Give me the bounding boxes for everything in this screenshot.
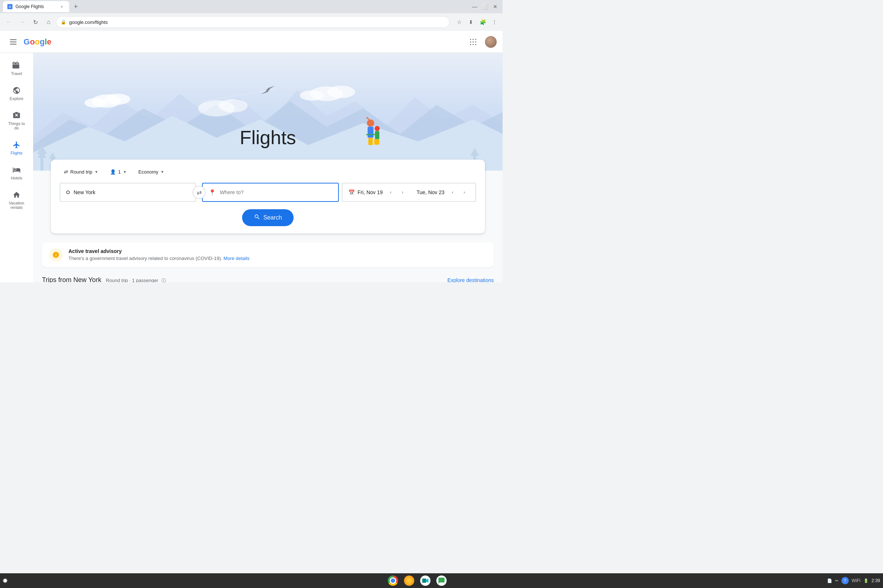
- return-prev-button[interactable]: ‹: [448, 187, 458, 198]
- refresh-button[interactable]: ↻: [29, 16, 41, 28]
- sidebar-label-hotels: Hotels: [11, 176, 22, 180]
- advisory-body: There's a government travel advisory rel…: [68, 256, 249, 261]
- search-options: ⇄ Round trip ▼ 👤 1 ▼ Ec: [60, 167, 476, 177]
- depart-prev-button[interactable]: ‹: [386, 187, 396, 198]
- trips-subtitle: Round trip · 1 passenger: [106, 278, 158, 282]
- return-next-button[interactable]: ›: [459, 187, 470, 198]
- search-section: ⇄ Round trip ▼ 👤 1 ▼ Ec: [51, 160, 485, 234]
- search-button-label: Search: [263, 214, 282, 221]
- google-bar-right: [466, 34, 497, 49]
- browser-tab-bar: G Google Flights × + — ⬜ ✕: [0, 0, 503, 13]
- trips-header: Trips from New York Round trip · 1 passe…: [42, 276, 494, 282]
- advisory-icon: [49, 248, 63, 261]
- sidebar-label-vacation-rentals: Vacation rentals: [6, 201, 27, 210]
- sidebar-item-flights[interactable]: Flights: [3, 136, 30, 160]
- passengers-count: 1: [118, 169, 121, 175]
- page-title: Flights: [240, 126, 296, 148]
- lock-icon: 🔒: [61, 20, 66, 25]
- download-button[interactable]: ⬇: [466, 17, 476, 27]
- back-button[interactable]: ←: [3, 16, 15, 28]
- cabin-class-dropdown[interactable]: Economy ▼: [134, 167, 168, 177]
- trip-type-dropdown[interactable]: ⇄ Round trip ▼: [60, 167, 103, 177]
- travel-advisory: Active travel advisory There's a governm…: [42, 242, 494, 267]
- address-bar[interactable]: 🔒 google.com/flights: [56, 16, 450, 28]
- svg-point-7: [473, 41, 474, 42]
- search-btn-row: Search: [60, 209, 476, 226]
- new-tab-button[interactable]: +: [71, 2, 81, 12]
- address-bar-row: ← → ↻ ⌂ 🔒 google.com/flights ☆ ⬇ 🧩 ⋮: [0, 13, 503, 31]
- svg-rect-41: [374, 139, 379, 144]
- search-icon: [254, 214, 260, 222]
- more-button[interactable]: ⋮: [490, 17, 500, 27]
- travel-icon: [12, 61, 21, 70]
- apps-grid-button[interactable]: [466, 34, 481, 49]
- extensions-button[interactable]: 🧩: [478, 17, 488, 27]
- svg-point-27: [300, 90, 324, 101]
- hero-illustration: [33, 79, 503, 171]
- hamburger-menu-button[interactable]: [6, 34, 21, 49]
- google-bar: Google: [0, 31, 503, 53]
- url-text: google.com/flights: [69, 20, 445, 25]
- tab-favicon: G: [8, 4, 12, 9]
- date-range-field[interactable]: 📅 Fri, Nov 19 ‹ › Tue, Nov 23 ‹: [342, 183, 476, 202]
- trips-section: Trips from New York Round trip · 1 passe…: [42, 276, 494, 282]
- svg-rect-40: [375, 131, 379, 139]
- tab-close-button[interactable]: ×: [59, 4, 65, 9]
- advisory-content: Active travel advisory There's a governm…: [68, 248, 249, 261]
- tab-bar: G Google Flights × +: [3, 0, 81, 13]
- home-button[interactable]: ⌂: [43, 16, 54, 28]
- minimize-button[interactable]: —: [470, 2, 479, 11]
- main-content: Flights ⇄ Round trip ▼: [33, 53, 503, 282]
- destination-input[interactable]: [220, 189, 332, 195]
- sidebar-label-travel: Travel: [11, 71, 22, 76]
- origin-dot-icon: [66, 190, 70, 194]
- things-to-do-icon: [12, 111, 21, 120]
- svg-point-4: [473, 39, 474, 40]
- sidebar-label-things-to-do: Things to do: [6, 122, 27, 130]
- window-controls: — ⬜ ✕: [470, 2, 500, 11]
- destination-field[interactable]: 📍: [202, 183, 338, 202]
- active-tab[interactable]: G Google Flights ×: [3, 1, 69, 12]
- swap-icon: ⇄: [197, 189, 201, 196]
- close-window-button[interactable]: ✕: [491, 2, 500, 11]
- trip-type-icon: ⇄: [64, 169, 68, 175]
- sidebar-item-things-to-do[interactable]: Things to do: [3, 106, 30, 135]
- advisory-more-details-link[interactable]: More details: [224, 256, 250, 261]
- depart-date-nav: ‹ ›: [386, 187, 408, 198]
- origin-field[interactable]: New York: [60, 183, 196, 202]
- passengers-icon: 👤: [110, 169, 116, 175]
- sidebar-label-flights: Flights: [11, 151, 23, 155]
- trip-type-arrow: ▼: [95, 170, 98, 174]
- sidebar-item-travel[interactable]: Travel: [3, 57, 30, 80]
- search-panel-wrapper: ⇄ Round trip ▼ 👤 1 ▼ Ec: [33, 160, 503, 234]
- calendar-icon: 📅: [348, 189, 355, 195]
- svg-point-23: [105, 94, 130, 105]
- sidebar-item-hotels[interactable]: Hotels: [3, 161, 30, 184]
- origin-value: New York: [74, 189, 95, 195]
- toolbar-actions: ☆ ⬇ 🧩 ⋮: [454, 17, 500, 27]
- svg-rect-2: [10, 44, 17, 45]
- svg-point-10: [473, 44, 474, 45]
- avatar[interactable]: [485, 36, 497, 48]
- trip-type-label: Round trip: [70, 169, 92, 175]
- svg-point-26: [327, 86, 355, 98]
- advisory-title: Active travel advisory: [68, 248, 249, 254]
- sidebar-item-vacation-rentals[interactable]: Vacation rentals: [3, 186, 30, 214]
- svg-point-5: [475, 39, 476, 40]
- sidebar-item-explore[interactable]: Explore: [3, 82, 30, 105]
- depart-date: Fri, Nov 19: [357, 189, 383, 195]
- maximize-button[interactable]: ⬜: [481, 2, 490, 11]
- star-button[interactable]: ☆: [454, 17, 464, 27]
- trips-info-icon: ⓘ: [162, 278, 166, 282]
- search-button[interactable]: Search: [242, 209, 294, 226]
- svg-rect-0: [10, 39, 17, 40]
- hero-section: Flights: [33, 53, 503, 171]
- svg-point-9: [470, 44, 471, 45]
- depart-next-button[interactable]: ›: [397, 187, 408, 198]
- svg-rect-1: [10, 42, 17, 42]
- explore-destinations-link[interactable]: Explore destinations: [448, 277, 494, 283]
- passengers-dropdown[interactable]: 👤 1 ▼: [105, 167, 131, 177]
- trips-title-group: Trips from New York Round trip · 1 passe…: [42, 276, 166, 282]
- forward-button[interactable]: →: [16, 16, 28, 28]
- svg-point-11: [475, 44, 476, 45]
